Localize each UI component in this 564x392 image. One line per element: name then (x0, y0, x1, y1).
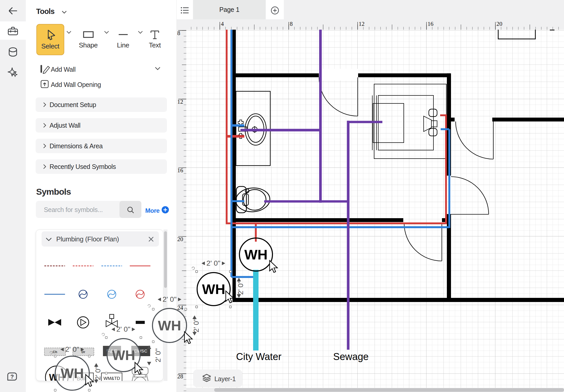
svg-text:2' 0": 2' 0" (163, 295, 176, 303)
svg-text:2' 0": 2' 0" (94, 366, 102, 380)
svg-text:2' 0": 2' 0" (237, 281, 245, 295)
svg-text:2' 0": 2' 0" (116, 325, 130, 333)
svg-text:2' 0": 2' 0" (192, 319, 200, 332)
svg-text:WH: WH (112, 347, 135, 363)
svg-text:2' 0": 2' 0" (65, 345, 79, 353)
svg-text:WH: WH (61, 365, 84, 381)
svg-text:WH: WH (158, 318, 181, 333)
svg-text:2' 0": 2' 0" (154, 348, 162, 362)
svg-text:2' 0": 2' 0" (206, 259, 220, 267)
